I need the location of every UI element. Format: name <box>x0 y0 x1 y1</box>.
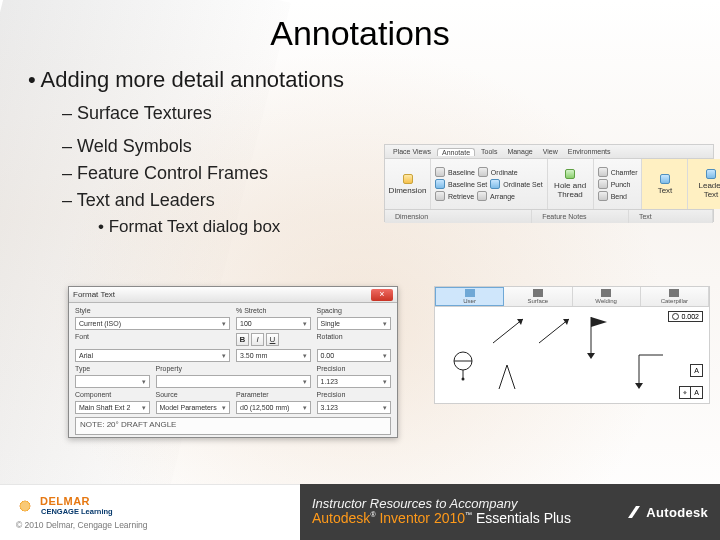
ribbon-btn: Dimension <box>389 186 427 195</box>
footer-line1: Instructor Resources to Accompany <box>312 497 517 511</box>
field-precision: 1.123 <box>317 375 392 388</box>
bullet-level1: Surface Textures <box>62 103 692 124</box>
label-stretch: % Stretch <box>236 307 311 314</box>
svg-marker-6 <box>587 353 595 359</box>
field-parameter: d0 (12,500 mm) <box>236 401 311 414</box>
field-font: Arial <box>75 349 230 362</box>
ribbon-btn: Chamfer <box>611 169 638 176</box>
tolerance-callout: 0.002 <box>668 311 703 322</box>
field-type <box>75 375 150 388</box>
bold-button: B <box>236 333 249 346</box>
arrange-icon <box>477 191 487 201</box>
weld-flag-icon <box>585 313 619 359</box>
ribbon-btn: Baseline <box>448 169 475 176</box>
anno-tab-caterpillar: Caterpillar <box>641 287 709 306</box>
ribbon-group-label: Dimension <box>385 210 532 223</box>
label-rotation: Rotation <box>317 333 392 346</box>
ribbon-btn: Baseline Set <box>448 181 487 188</box>
delmar-logo: DELMAR CENGAGE Learning <box>16 495 300 516</box>
ribbon-screenshot: Place Views Annotate Tools Manage View E… <box>384 144 714 222</box>
close-icon: × <box>371 289 393 301</box>
annotation-samples: User Surface Welding Caterpillar 0.002 ⌖… <box>434 286 710 404</box>
autodesk-logo: Autodesk <box>626 504 708 520</box>
svg-marker-14 <box>628 506 640 518</box>
ribbon-btn: Ordinate Set <box>503 181 542 188</box>
svg-line-2 <box>539 319 569 343</box>
ribbon-tab: Environments <box>564 148 615 155</box>
ribbon-btn: Text <box>658 186 673 195</box>
feature-control-frame: ⌖ A <box>679 386 703 399</box>
hole-thread-icon <box>565 169 575 179</box>
footer-line2: Autodesk® Inventor 2010™ Essentials Plus <box>312 511 571 526</box>
text-icon <box>660 174 670 184</box>
datum-leader-icon <box>635 351 675 391</box>
fcf-symbol: ⌖ <box>679 386 691 399</box>
field-precision2: 3.123 <box>317 401 392 414</box>
surface-texture-icon <box>497 363 523 393</box>
field-property <box>156 375 311 388</box>
field-style: Current (ISO) <box>75 317 230 330</box>
ribbon-tab: Manage <box>503 148 536 155</box>
label-component: Component <box>75 391 150 398</box>
svg-line-0 <box>493 319 523 343</box>
ribbon-btn: Punch <box>611 181 631 188</box>
field-source: Model Parameters <box>156 401 231 414</box>
ordinate-icon <box>478 167 488 177</box>
ribbon-tab: Place Views <box>389 148 435 155</box>
slide-footer: DELMAR CENGAGE Learning © 2010 Delmar, C… <box>0 484 720 540</box>
label-precision2: Precision <box>317 391 392 398</box>
delmar-mark-icon <box>16 497 34 515</box>
ribbon-group-label: Feature Notes <box>532 210 629 223</box>
leader-text-icon <box>706 169 716 179</box>
svg-marker-5 <box>591 317 607 327</box>
underline-button: U <box>266 333 279 346</box>
fcf-letter: A <box>691 386 703 399</box>
ribbon-group-label: Text <box>629 210 713 223</box>
svg-marker-12 <box>635 383 643 389</box>
svg-point-10 <box>462 378 465 381</box>
italic-button: I <box>251 333 264 346</box>
dialog-title: Format Text <box>73 290 115 299</box>
ribbon-btn: Hole and Thread <box>552 181 589 199</box>
baseline-set-icon <box>435 179 445 189</box>
chamfer-icon <box>598 167 608 177</box>
field-rotation: 0.00 <box>317 349 392 362</box>
svg-marker-3 <box>563 319 569 325</box>
field-component: Main Shaft Ext 2 <box>75 401 150 414</box>
copyright-text: © 2010 Delmar, Cengage Learning <box>16 520 300 530</box>
label-font: Font <box>75 333 230 346</box>
fcf-letter: A <box>690 364 703 377</box>
format-text-dialog: Format Text × Style % Stretch Spacing Cu… <box>68 286 398 438</box>
datum-target-icon <box>447 349 479 381</box>
bullet-level0: Adding more detail annotations <box>28 67 692 93</box>
field-stretch: 100 <box>236 317 311 330</box>
field-size: 3.50 mm <box>236 349 311 362</box>
retrieve-icon <box>435 191 445 201</box>
diameter-icon <box>672 313 679 320</box>
ordinate-set-icon <box>490 179 500 189</box>
field-spacing: Single <box>317 317 392 330</box>
label-precision: Precision <box>317 365 392 372</box>
svg-marker-1 <box>517 319 523 325</box>
ribbon-tab-active: Annotate <box>437 148 475 156</box>
ribbon-btn: Bend <box>611 193 627 200</box>
slide-title: Annotations <box>28 14 692 53</box>
ribbon-btn: Retrieve <box>448 193 474 200</box>
dimension-icon <box>403 174 413 184</box>
datum-box: A <box>690 364 703 377</box>
label-type: Type <box>75 365 150 372</box>
anno-tab-surface: Surface <box>504 287 572 306</box>
ribbon-btn: Leader Text <box>692 181 720 199</box>
autodesk-icon <box>626 504 642 520</box>
bend-icon <box>598 191 608 201</box>
baseline-icon <box>435 167 445 177</box>
anno-tab-user: User <box>435 287 504 306</box>
label-style: Style <box>75 307 150 314</box>
ribbon-btn: Ordinate <box>491 169 518 176</box>
leader-arrow-icon <box>539 313 579 347</box>
ribbon-tab: Tools <box>477 148 501 155</box>
label-property: Property <box>156 365 311 372</box>
note-preview: NOTE: 20° DRAFT ANGLE <box>75 417 391 435</box>
label-source: Source <box>156 391 231 398</box>
label-parameter: Parameter <box>236 391 311 398</box>
